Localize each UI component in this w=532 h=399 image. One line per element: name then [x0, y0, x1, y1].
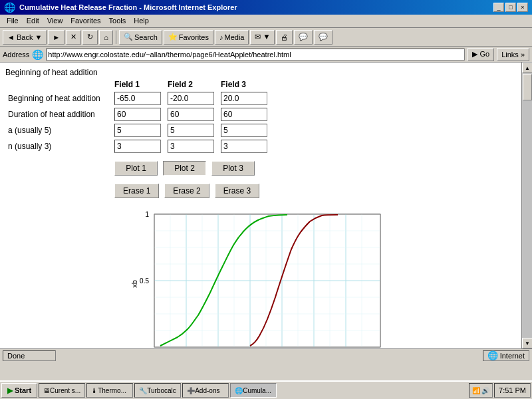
table-row: a (usually 5) — [5, 122, 271, 138]
toolbar: ◄ Back ▼ ► ✕ ↻ ⌂ 🔍 Search ⭐ Favorites ♪ … — [0, 28, 532, 47]
address-bar: Address 🌐 ▶ Go Links » — [0, 47, 532, 63]
row2-field3[interactable] — [221, 124, 267, 137]
row0-field2[interactable] — [168, 92, 214, 105]
chart-container: 1 0.5 -90 -60 -30 0 30 60 90 xb — [128, 207, 394, 348]
svg-text:xb: xb — [130, 280, 138, 288]
plot3-button[interactable]: Plot 3 — [211, 161, 255, 176]
status-done: Done — [3, 350, 56, 361]
close-button[interactable]: × — [517, 3, 528, 12]
plot-buttons-row: Plot 1 Plot 2 Plot 3 — [5, 157, 516, 180]
search-button[interactable]: 🔍 Search — [119, 30, 162, 45]
erase2-button[interactable]: Erase 2 — [164, 184, 209, 198]
form-header-partial: Beginning of heat addition — [5, 68, 516, 77]
plot1-button[interactable]: Plot 1 — [114, 161, 158, 176]
home-button[interactable]: ⌂ — [99, 30, 113, 45]
separator — [116, 31, 116, 44]
table-row: Beginning of heat addition — [5, 90, 271, 106]
start-icon: ▶ — [7, 386, 13, 395]
row0-field3[interactable] — [221, 92, 267, 105]
chart-svg: 1 0.5 -90 -60 -30 0 30 60 90 xb — [128, 207, 394, 348]
row3-field2[interactable] — [168, 140, 214, 153]
status-bar: Done 🌐 Internet — [0, 348, 532, 362]
menu-file[interactable]: File — [3, 16, 23, 26]
status-zone: 🌐 Internet — [483, 350, 529, 361]
menu-favorites[interactable]: Favorites — [66, 16, 104, 26]
address-input[interactable] — [46, 49, 465, 61]
row1-field3[interactable] — [221, 108, 267, 121]
row3-field1[interactable] — [114, 140, 161, 153]
maximize-button[interactable]: □ — [505, 3, 516, 12]
messenger-button[interactable]: 💬 — [314, 30, 332, 45]
scroll-down-button[interactable]: ▼ — [522, 338, 532, 348]
links-button[interactable]: Links » — [497, 48, 529, 61]
form-table: Field 1 Field 2 Field 3 Beginning of hea… — [5, 78, 271, 154]
address-icon: 🌐 — [32, 49, 43, 60]
go-button[interactable]: ▶ Go — [467, 48, 494, 61]
table-row: Duration of heat addition — [5, 106, 271, 122]
media-button[interactable]: ♪ Media — [215, 30, 249, 45]
taskbar-icon-0: 🖥 — [43, 387, 50, 394]
plot2-button[interactable]: Plot 2 — [163, 161, 206, 176]
mail-button[interactable]: ✉ ▼ — [250, 30, 275, 45]
taskbar-icon-2: 🔧 — [139, 387, 147, 394]
back-button[interactable]: ◄ Back ▼ — [3, 30, 47, 45]
start-button[interactable]: ▶ Start — [1, 383, 37, 398]
stop-button[interactable]: ✕ — [66, 30, 81, 45]
taskbar-icon-4: 🌐 — [235, 387, 243, 394]
scrollbar: ▲ ▼ — [521, 63, 532, 348]
title-bar: 🌐 Cumulative Heat Release Fraction - Mic… — [0, 0, 532, 15]
row3-label: n (usually 3) — [5, 138, 112, 154]
tray-network-icon: 📶 — [472, 387, 480, 394]
taskbar-item-2[interactable]: 🔧 Turbocalc — [134, 383, 181, 398]
svg-text:0.5: 0.5 — [140, 277, 149, 285]
address-label: Address — [3, 51, 29, 59]
menu-help[interactable]: Help — [130, 16, 153, 26]
scroll-up-button[interactable]: ▲ — [522, 63, 532, 73]
content-area: Beginning of heat addition Field 1 Field… — [0, 63, 521, 348]
taskbar-item-3[interactable]: ➕ Add-ons — [182, 383, 229, 398]
minimize-button[interactable]: _ — [493, 3, 504, 12]
field2-header: Field 2 — [165, 78, 218, 90]
field1-header: Field 1 — [112, 78, 165, 90]
print-button[interactable]: 🖨 — [276, 30, 293, 45]
svg-text:1: 1 — [145, 211, 149, 218]
globe-icon: 🌐 — [487, 350, 498, 360]
favorites-button[interactable]: ⭐ Favorites — [164, 30, 213, 45]
menu-edit[interactable]: Edit — [23, 16, 43, 26]
row3-field3[interactable] — [221, 140, 267, 153]
row0-field1[interactable] — [114, 92, 161, 105]
table-row: n (usually 3) — [5, 138, 271, 154]
row1-field1[interactable] — [114, 108, 161, 121]
window-title: Cumulative Heat Release Fraction - Micro… — [19, 3, 237, 11]
row1-field2[interactable] — [168, 108, 214, 121]
clock: 7:51 PM — [494, 383, 531, 398]
main-content: Beginning of heat addition Field 1 Field… — [0, 63, 532, 348]
discuss-button[interactable]: 💬 — [294, 30, 313, 45]
row0-label: Beginning of heat addition — [5, 90, 112, 106]
scrollbar-thumb[interactable] — [523, 74, 532, 100]
erase1-button[interactable]: Erase 1 — [114, 184, 159, 198]
menu-tools[interactable]: Tools — [105, 16, 130, 26]
row2-field1[interactable] — [114, 124, 161, 137]
menu-bar: File Edit View Favorites Tools Help — [0, 15, 532, 28]
menu-view[interactable]: View — [43, 16, 67, 26]
taskbar-item-0[interactable]: 🖥 Curent s... — [39, 383, 85, 398]
refresh-button[interactable]: ↻ — [82, 30, 98, 45]
field3-header: Field 3 — [218, 78, 271, 90]
taskbar-icon-3: ➕ — [187, 387, 195, 394]
system-tray: 📶 🔊 — [469, 383, 493, 398]
taskbar-item-1[interactable]: 🌡 Thermo... — [86, 383, 133, 398]
title-bar-buttons: _ □ × — [493, 3, 528, 12]
taskbar: ▶ Start 🖥 Curent s... 🌡 Thermo... 🔧 Turb… — [0, 380, 532, 399]
row2-label: a (usually 5) — [5, 122, 112, 138]
taskbar-items: 🖥 Curent s... 🌡 Thermo... 🔧 Turbocalc ➕ … — [39, 383, 467, 398]
tray-speaker-icon: 🔊 — [481, 387, 489, 394]
scrollbar-track — [522, 73, 532, 338]
row1-label: Duration of heat addition — [5, 106, 112, 122]
row2-field2[interactable] — [168, 124, 214, 137]
taskbar-item-4[interactable]: 🌐 Cumula... — [230, 383, 277, 398]
taskbar-icon-1: 🌡 — [91, 387, 98, 394]
erase3-button[interactable]: Erase 3 — [215, 184, 259, 198]
forward-button[interactable]: ► — [48, 30, 65, 45]
erase-buttons-row: Erase 1 Erase 2 Erase 3 — [5, 180, 516, 202]
